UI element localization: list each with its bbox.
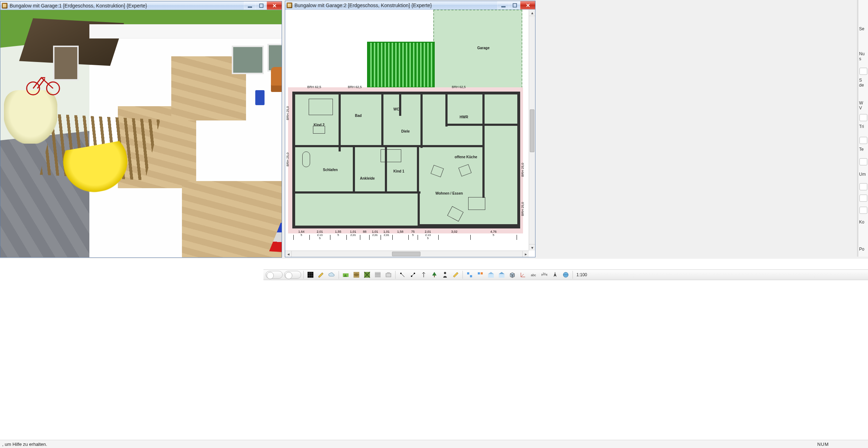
panel-tool-button[interactable] [859,207,867,214]
panel-stub[interactable]: S de [858,76,868,89]
vertical-scrollbar[interactable]: ▴ ▾ [529,10,535,251]
right-side-panel[interactable]: Se Nu s S de W V Tri Te Um Ko Po [858,0,868,257]
scroll-left-icon[interactable]: ◂ [285,251,292,257]
window-2d-controls [497,1,535,9]
window-3d-body[interactable] [0,10,282,257]
north-arrow-icon[interactable]: N [550,271,560,279]
scroll-right-icon[interactable]: ▸ [522,251,529,257]
scroll-down-icon[interactable]: ▾ [529,244,535,251]
helper-a-icon[interactable] [465,271,474,279]
panel-tool-button[interactable] [859,68,867,75]
room-label-kind1: Kind 1 [393,169,404,173]
room-label-garage: Garage [477,46,490,50]
window-3d-titlebar[interactable]: Bungalow mit Garage:1 [Erdgeschoss, Kons… [0,1,282,10]
label-abc-icon[interactable]: abc [529,271,538,279]
pencil-icon[interactable] [317,271,326,279]
svg-rect-12 [387,272,390,274]
svg-rect-5 [513,4,517,7]
minimize-button[interactable] [244,1,255,10]
bicycle [25,71,61,96]
svg-rect-23 [488,274,494,278]
terrain-a-icon[interactable] [352,271,361,279]
room-label-ankleide: Ankleide [360,176,375,180]
room-label-bad: Bad [355,114,362,118]
view-3d-a-icon[interactable] [486,271,496,279]
snap-endpoint-icon[interactable] [408,271,418,279]
landscape-icon[interactable] [341,271,350,279]
room-label-diele: Diele [401,129,410,133]
panel-tool-button[interactable] [859,114,867,121]
toggle-a[interactable] [266,271,283,279]
building-outline: Kind 2 Bad WC HWR Diele Schlafen Ankleid… [292,92,520,228]
tree-icon[interactable] [430,271,439,279]
room-label-wc: WC [393,107,399,111]
dimension-segment: 1,012,01 [381,230,392,237]
cube-3d-icon[interactable]: 3D [508,271,517,279]
dimension-row: 1,6452,012,1351,5551,012,01881,012,011,0… [289,230,519,243]
maximize-button[interactable] [509,1,520,9]
terrain-b-icon[interactable] [362,271,372,279]
panel-tool-button[interactable] [859,158,867,165]
close-button[interactable] [520,1,535,9]
close-button[interactable] [267,1,282,10]
scroll-thumb[interactable] [530,109,534,152]
dimension-icon[interactable]: 5m [540,271,549,279]
snap-point-icon[interactable] [398,271,407,279]
measure-icon[interactable] [451,271,460,279]
chair [255,90,265,105]
furniture [309,99,333,115]
svg-rect-19 [467,272,469,274]
scene-3d[interactable] [0,10,282,257]
panel-stub[interactable]: Nu s [858,50,868,63]
minimize-button[interactable] [497,1,509,9]
room-label-hwr: HWR [460,115,468,119]
person-icon[interactable] [440,271,450,279]
scroll-thumb[interactable] [392,252,420,256]
horizontal-scrollbar[interactable]: ◂ ▸ [285,251,529,257]
grid-icon[interactable] [306,271,315,279]
app-icon [2,3,7,9]
room-label-schlafen: Schlafen [323,168,338,172]
panel-stub[interactable]: Se [858,25,868,33]
plan-viewport[interactable]: Garage BRH 62,5 BRH 62,5 BRH 62,5 BRH 25… [285,10,535,257]
svg-marker-16 [432,272,436,276]
panel-stub[interactable]: Po [858,245,868,253]
view-3d-b-icon[interactable] [497,271,506,279]
panel-tool-button[interactable] [859,137,867,144]
bottom-toolbar: 3D abc 5m N 1:100 [263,269,868,280]
dimension-segment: 1,012,01 [346,230,360,237]
panel-tool-button[interactable] [859,195,867,202]
toggle-b[interactable] [284,271,301,279]
plan-canvas[interactable]: Garage BRH 62,5 BRH 62,5 BRH 62,5 BRH 25… [285,10,529,251]
svg-rect-17 [434,276,435,277]
scale-readout[interactable]: 1:100 [576,272,587,277]
brh-label: BRH 62,5 [452,85,466,89]
floor-wood [182,181,282,257]
print-3d-icon[interactable] [384,271,393,279]
workspace-background [0,259,868,440]
dimension-segment: 755 [408,230,418,237]
axis-icon[interactable] [518,271,528,279]
snap-mid-icon[interactable] [419,271,428,279]
room-label-wohnen: Wohnen / Essen [435,191,463,195]
panel-stub[interactable]: W V [858,99,868,112]
svg-rect-20 [470,275,472,277]
panel-stub[interactable]: Um [858,170,868,178]
scroll-up-icon[interactable]: ▴ [529,10,535,16]
helper-b-icon[interactable] [476,271,485,279]
svg-rect-4 [502,6,505,7]
panel-stub[interactable]: Ko [858,218,868,226]
status-bar: , um Hilfe zu erhalten. NUM [0,440,868,448]
brh-label: BRH 25,0 [286,153,289,166]
dimension-segment: 1,555 [330,230,346,237]
window-2d-titlebar[interactable]: Bungalow mit Garage:2 [Erdgeschoss, Kons… [285,1,535,10]
panel-stub[interactable]: Tri [858,123,868,130]
garage-slab [433,10,522,92]
status-numlock: NUM [817,442,868,447]
cloud-icon[interactable] [327,271,336,279]
panel-tool-button[interactable] [859,183,867,190]
panel-stub[interactable]: Te [858,145,868,153]
globe-icon[interactable] [561,271,570,279]
terrain-stripes-icon[interactable] [373,271,382,279]
maximize-button[interactable] [255,1,267,10]
